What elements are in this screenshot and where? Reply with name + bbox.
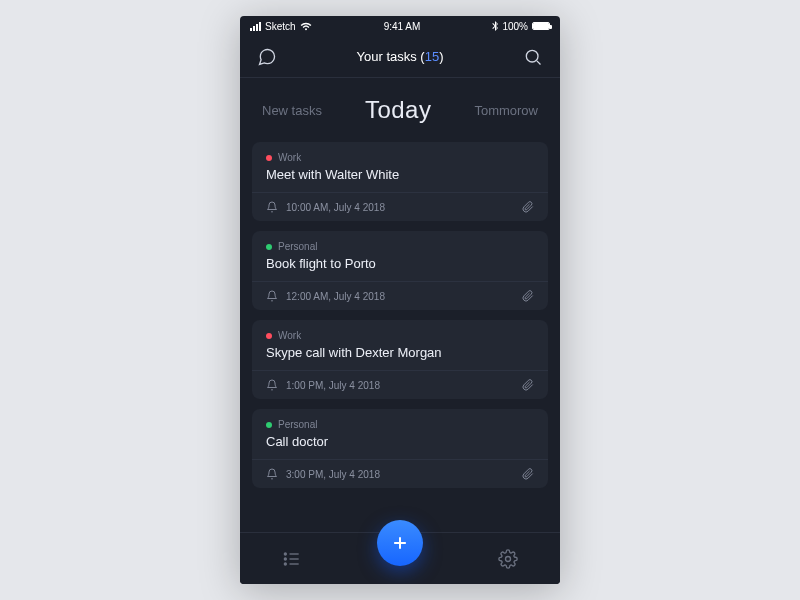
- bell-icon: [266, 290, 278, 302]
- status-right: 100%: [492, 21, 550, 32]
- battery-label: 100%: [502, 21, 528, 32]
- add-task-button[interactable]: [377, 520, 423, 566]
- signal-icon: [250, 22, 261, 31]
- category-dot: [266, 422, 272, 428]
- task-card[interactable]: PersonalBook flight to Porto12:00 AM, Ju…: [252, 231, 548, 310]
- category-dot: [266, 155, 272, 161]
- task-time: 12:00 AM, July 4 2018: [286, 291, 385, 302]
- task-card-footer: 12:00 AM, July 4 2018: [252, 281, 548, 310]
- task-card-footer: 10:00 AM, July 4 2018: [252, 192, 548, 221]
- task-category: Work: [266, 152, 534, 163]
- attachment-icon[interactable]: [522, 468, 534, 480]
- task-list: WorkMeet with Walter White10:00 AM, July…: [240, 136, 560, 532]
- task-card[interactable]: WorkSkype call with Dexter Morgan1:00 PM…: [252, 320, 548, 399]
- task-category: Work: [266, 330, 534, 341]
- task-card-footer: 3:00 PM, July 4 2018: [252, 459, 548, 488]
- task-time: 3:00 PM, July 4 2018: [286, 469, 380, 480]
- title-prefix: Your tasks (: [357, 49, 425, 64]
- battery-icon: [532, 22, 550, 30]
- status-left: Sketch: [250, 21, 312, 32]
- bluetooth-icon: [492, 21, 498, 31]
- category-dot: [266, 333, 272, 339]
- list-button[interactable]: [274, 541, 310, 577]
- tab-today[interactable]: Today: [365, 96, 432, 124]
- messages-button[interactable]: [254, 44, 280, 70]
- task-time-group: 12:00 AM, July 4 2018: [266, 290, 385, 302]
- task-time-group: 10:00 AM, July 4 2018: [266, 201, 385, 213]
- task-card[interactable]: PersonalCall doctor3:00 PM, July 4 2018: [252, 409, 548, 488]
- svg-point-1: [284, 553, 286, 555]
- tab-new-tasks[interactable]: New tasks: [262, 103, 322, 118]
- task-title: Call doctor: [266, 434, 534, 449]
- page-title: Your tasks (15): [357, 49, 444, 64]
- tab-tomorrow[interactable]: Tommorow: [474, 103, 538, 118]
- task-count: 15: [425, 49, 439, 64]
- task-category: Personal: [266, 241, 534, 252]
- task-card[interactable]: WorkMeet with Walter White10:00 AM, July…: [252, 142, 548, 221]
- category-label: Personal: [278, 419, 317, 430]
- carrier-label: Sketch: [265, 21, 296, 32]
- status-bar: Sketch 9:41 AM 100%: [240, 16, 560, 36]
- task-time-group: 3:00 PM, July 4 2018: [266, 468, 380, 480]
- task-time: 1:00 PM, July 4 2018: [286, 380, 380, 391]
- attachment-icon[interactable]: [522, 379, 534, 391]
- task-title: Book flight to Porto: [266, 256, 534, 271]
- date-tabs: New tasks Today Tommorow: [240, 78, 560, 136]
- task-card-body: PersonalCall doctor: [252, 409, 548, 459]
- category-label: Work: [278, 152, 301, 163]
- wifi-icon: [300, 22, 312, 31]
- bottom-nav: [240, 532, 560, 584]
- task-category: Personal: [266, 419, 534, 430]
- attachment-icon[interactable]: [522, 201, 534, 213]
- category-dot: [266, 244, 272, 250]
- svg-point-2: [284, 558, 286, 560]
- task-card-body: WorkSkype call with Dexter Morgan: [252, 320, 548, 370]
- task-title: Skype call with Dexter Morgan: [266, 345, 534, 360]
- category-label: Work: [278, 330, 301, 341]
- phone-frame: Sketch 9:41 AM 100% Your tasks (15) New …: [240, 16, 560, 584]
- bell-icon: [266, 379, 278, 391]
- task-card-footer: 1:00 PM, July 4 2018: [252, 370, 548, 399]
- title-suffix: ): [439, 49, 443, 64]
- bell-icon: [266, 468, 278, 480]
- bell-icon: [266, 201, 278, 213]
- category-label: Personal: [278, 241, 317, 252]
- search-button[interactable]: [520, 44, 546, 70]
- attachment-icon[interactable]: [522, 290, 534, 302]
- settings-button[interactable]: [490, 541, 526, 577]
- task-time: 10:00 AM, July 4 2018: [286, 202, 385, 213]
- app-header: Your tasks (15): [240, 36, 560, 78]
- status-time: 9:41 AM: [384, 21, 421, 32]
- task-time-group: 1:00 PM, July 4 2018: [266, 379, 380, 391]
- task-title: Meet with Walter White: [266, 167, 534, 182]
- task-card-body: WorkMeet with Walter White: [252, 142, 548, 192]
- svg-point-7: [506, 556, 511, 561]
- task-card-body: PersonalBook flight to Porto: [252, 231, 548, 281]
- svg-point-0: [526, 50, 538, 62]
- svg-point-3: [284, 563, 286, 565]
